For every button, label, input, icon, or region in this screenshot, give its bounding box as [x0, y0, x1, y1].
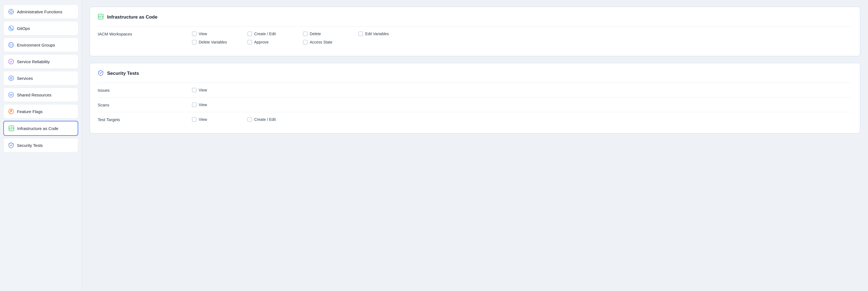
- checkbox-access-state[interactable]: [303, 40, 307, 44]
- permission-row: ScansView: [98, 97, 852, 112]
- gitops-icon: [8, 25, 14, 31]
- checkbox-edit-variables[interactable]: [359, 32, 363, 36]
- checkbox-view[interactable]: [192, 32, 196, 36]
- row-label: Issues: [98, 87, 192, 93]
- checkbox-create--edit[interactable]: [248, 32, 252, 36]
- sidebar-item-shared-resources[interactable]: Shared Resources: [3, 87, 78, 102]
- checkbox-delete[interactable]: [303, 32, 307, 36]
- sidebar-item-label: Security Tests: [17, 143, 43, 148]
- row-label: Test Targets: [98, 117, 192, 122]
- security-icon: [8, 142, 14, 148]
- permission-label: Edit Variables: [365, 32, 389, 36]
- checkbox-create--edit[interactable]: [248, 117, 252, 122]
- section-title: Security Tests: [107, 71, 139, 76]
- flags-icon: [8, 108, 14, 114]
- checkbox-view[interactable]: [192, 88, 196, 92]
- svg-point-14: [10, 77, 12, 79]
- section-infrastructure-as-code: Infrastructure as CodeIACM WorkspacesVie…: [90, 7, 860, 56]
- main-content: Infrastructure as CodeIACM WorkspacesVie…: [82, 0, 868, 291]
- security-section-icon: [98, 70, 104, 77]
- permissions-container: ViewCreate / EditDeleteEdit VariablesDel…: [192, 31, 414, 45]
- sidebar-item-label: Administrative Functions: [17, 9, 62, 14]
- permission-label: Access State: [310, 40, 333, 44]
- env-icon: [8, 42, 14, 48]
- permission-label: Approve: [254, 40, 269, 44]
- sidebar-item-label: Service Reliability: [17, 59, 50, 64]
- permission-label: Create / Edit: [254, 32, 276, 36]
- shared-icon: [8, 92, 14, 98]
- sidebar-item-administrative-functions[interactable]: Administrative Functions: [3, 4, 78, 19]
- permission-item: Access State: [303, 39, 359, 45]
- section-security-tests: Security TestsIssuesViewScansViewTest Ta…: [90, 63, 860, 134]
- sidebar-item-infrastructure-as-code[interactable]: Infrastructure as Code: [3, 121, 78, 136]
- permission-row: IssuesView: [98, 82, 852, 97]
- section-header: Infrastructure as Code: [98, 13, 852, 21]
- permission-item: View: [192, 102, 248, 108]
- svg-point-17: [9, 109, 13, 114]
- checkbox-view[interactable]: [192, 103, 196, 107]
- permission-item: View: [192, 117, 248, 122]
- permission-label: View: [199, 32, 207, 36]
- sidebar-item-label: GitOps: [17, 26, 30, 31]
- permissions-container: View: [192, 87, 248, 93]
- svg-point-8: [11, 29, 12, 30]
- row-label: IACM Workspaces: [98, 31, 192, 36]
- sidebar-item-label: Services: [17, 76, 33, 81]
- checkbox-view[interactable]: [192, 117, 196, 122]
- sidebar-item-feature-flags[interactable]: Feature Flags: [3, 104, 78, 119]
- section-header: Security Tests: [98, 70, 852, 77]
- permission-row: Test TargetsViewCreate / Edit: [98, 112, 852, 126]
- sidebar-item-label: Infrastructure as Code: [17, 126, 58, 131]
- checkbox-delete-variables[interactable]: [192, 40, 196, 44]
- sidebar: Administrative Functions GitOps Environm…: [0, 0, 82, 291]
- sidebar-item-gitops[interactable]: GitOps: [3, 21, 78, 35]
- section-title: Infrastructure as Code: [107, 14, 157, 20]
- checkbox-approve[interactable]: [248, 40, 252, 44]
- permission-item: Create / Edit: [248, 117, 303, 122]
- svg-point-1: [10, 11, 12, 13]
- permission-item: Create / Edit: [248, 31, 303, 37]
- services-icon: [8, 75, 14, 81]
- reliability-icon: [8, 59, 14, 65]
- permission-item: Delete: [303, 31, 359, 37]
- permissions-container: ViewCreate / Edit: [192, 117, 303, 122]
- permission-item: Edit Variables: [359, 31, 414, 37]
- row-label: Scans: [98, 102, 192, 107]
- sidebar-item-security-tests[interactable]: Security Tests: [3, 138, 78, 152]
- permissions-container: View: [192, 102, 248, 108]
- permission-label: View: [199, 103, 207, 107]
- permission-label: View: [199, 88, 207, 92]
- sidebar-item-services[interactable]: Services: [3, 71, 78, 85]
- iac-icon: [8, 125, 14, 131]
- sidebar-item-service-reliability[interactable]: Service Reliability: [3, 54, 78, 69]
- permission-label: Create / Edit: [254, 117, 276, 122]
- iac-section-icon: [98, 13, 104, 21]
- permission-label: View: [199, 117, 207, 122]
- svg-point-6: [9, 26, 13, 31]
- permission-label: Delete Variables: [199, 40, 227, 44]
- permission-item: View: [192, 87, 248, 93]
- svg-point-15: [9, 76, 13, 80]
- sidebar-item-label: Shared Resources: [17, 93, 51, 97]
- permission-label: Delete: [310, 32, 321, 36]
- gear-icon: [8, 9, 14, 15]
- svg-point-12: [9, 59, 13, 64]
- sidebar-item-label: Feature Flags: [17, 109, 43, 114]
- permission-item: Delete Variables: [192, 39, 248, 45]
- permission-item: View: [192, 31, 248, 37]
- permission-item: Approve: [248, 39, 303, 45]
- sidebar-item-label: Environment Groups: [17, 43, 55, 47]
- svg-point-16: [9, 92, 13, 97]
- sidebar-item-environment-groups[interactable]: Environment Groups: [3, 38, 78, 52]
- svg-point-7: [10, 27, 11, 28]
- permission-row: IACM WorkspacesViewCreate / EditDeleteEd…: [98, 26, 852, 49]
